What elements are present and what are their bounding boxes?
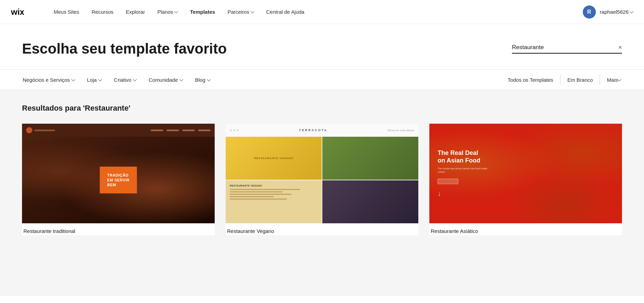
results-heading: Resultados para 'Restaurante' — [22, 104, 622, 113]
results-section: Resultados para 'Restaurante' — [0, 90, 644, 296]
thumb2-cell-light: RESTAURANTE VEGANO — [226, 180, 322, 223]
username[interactable]: raphael5626 — [600, 9, 633, 15]
thumb3-arrow-icon: ↓ — [438, 190, 614, 198]
thumb2-dot-3 — [237, 129, 239, 131]
thumb2-header: TERRACOTA Reserve uma Mesa — [226, 124, 418, 137]
card-name-tradicional: Restaurante traditional — [22, 223, 215, 235]
thumb2-grid: RESTAURANTE VEGANO RESTAURANTE VEGANO — [226, 137, 418, 223]
page-title: Escolha seu template favorito — [22, 41, 227, 57]
thumb1-header — [22, 124, 215, 137]
template-card-vegano[interactable]: TERRACOTA Reserve uma Mesa RESTAURANTE V… — [226, 124, 418, 235]
template-card-tradicional[interactable]: TRADIÇÃO EM SERVIR BEM Restaurante tradi… — [22, 124, 215, 235]
thumb3-subtitle: The noodle way serves auteric and fresh … — [438, 167, 493, 174]
search-clear-icon[interactable]: × — [618, 44, 622, 50]
hero-section: Escolha seu template favorito × — [0, 24, 644, 69]
thumb1-nav-link-1 — [151, 130, 163, 131]
card-name-vegano: Restaurante Vegano — [226, 223, 418, 235]
thumb2-dot-2 — [233, 129, 235, 131]
nav-user-area: R raphael5626 — [583, 5, 633, 19]
comunidade-chevron-icon — [179, 77, 183, 81]
mais-chevron-icon — [617, 77, 621, 81]
nav-recursos[interactable]: Recursos — [85, 6, 119, 18]
avatar[interactable]: R — [583, 5, 596, 19]
nav-templates[interactable]: Templates — [184, 6, 221, 18]
wix-logo[interactable]: wix — [11, 7, 35, 17]
thumb2-cell-green — [322, 137, 418, 180]
thumb1-body: TRADIÇÃO EM SERVIR BEM — [22, 137, 215, 223]
criativo-chevron-icon — [133, 77, 137, 81]
thumb2-yellow-text: RESTAURANTE VEGANO — [254, 156, 293, 160]
thumb2-cell-yellow: RESTAURANTE VEGANO — [226, 137, 322, 180]
filter-bar: Negócios e Serviços Loja Criativo Comuni… — [0, 69, 644, 90]
filter-left-group: Negócios e Serviços Loja Criativo Comuni… — [17, 69, 501, 90]
thumb1-orange-text: TRADIÇÃO EM SERVIR BEM — [107, 173, 130, 188]
thumb3-title: The Real Deal on Asian Food — [438, 149, 614, 164]
filter-criativo[interactable]: Criativo — [108, 69, 142, 90]
thumb1-logo-icon — [26, 127, 32, 133]
thumb2-dot-1 — [230, 129, 232, 131]
nav-meus-sites[interactable]: Meus Sites — [47, 6, 85, 18]
svg-text:wix: wix — [11, 7, 24, 16]
thumb2-nav: Reserve uma Mesa — [388, 129, 414, 132]
nav-central-ajuda[interactable]: Central de Ajuda — [260, 6, 311, 18]
search-input[interactable] — [512, 44, 615, 51]
nav-links: Meus Sites Recursos Explorar Planos Temp… — [47, 6, 583, 18]
thumb1-orange-box: TRADIÇÃO EM SERVIR BEM — [100, 167, 137, 194]
thumb3-content: The Real Deal on Asian Food The noodle w… — [429, 124, 622, 223]
template-card-asiatico[interactable]: The Real Deal on Asian Food The noodle w… — [429, 124, 622, 235]
parceiros-chevron-icon — [250, 9, 254, 13]
thumb1-nav-link-2 — [167, 130, 179, 131]
filter-loja[interactable]: Loja — [81, 69, 108, 90]
filter-em-branco[interactable]: Em Branco — [560, 69, 600, 90]
blog-chevron-icon — [207, 77, 211, 81]
thumb2-cell-dark — [322, 180, 418, 223]
thumb3-cta-button — [438, 179, 458, 184]
templates-grid: TRADIÇÃO EM SERVIR BEM Restaurante tradi… — [22, 124, 622, 235]
thumb1-logo-text — [34, 130, 55, 131]
search-box: × — [512, 44, 622, 54]
filter-todos-templates[interactable]: Todos os Templates — [501, 69, 560, 90]
thumb1-nav-link-3 — [182, 130, 195, 131]
filter-right-group: Todos os Templates Em Branco Mais — [501, 69, 627, 90]
navbar: wix Meus Sites Recursos Explorar Planos … — [0, 0, 644, 24]
nav-explorar[interactable]: Explorar — [120, 6, 151, 18]
nav-parceiros[interactable]: Parceiros — [221, 6, 260, 18]
planos-chevron-icon — [174, 9, 178, 13]
card-thumbnail-asiatico: The Real Deal on Asian Food The noodle w… — [429, 124, 622, 223]
thumb2-brand: TERRACOTA — [241, 128, 386, 132]
card-name-asiatico: Restaurante Asiático — [429, 223, 622, 235]
card-thumbnail-tradicional: TRADIÇÃO EM SERVIR BEM — [22, 124, 215, 223]
filter-comunidade[interactable]: Comunidade — [142, 69, 189, 90]
user-chevron-icon — [630, 9, 633, 13]
nav-planos[interactable]: Planos — [151, 6, 184, 18]
thumb1-nav-link-4 — [198, 130, 211, 131]
filter-mais[interactable]: Mais — [600, 69, 627, 90]
negocios-chevron-icon — [71, 77, 75, 81]
filter-blog[interactable]: Blog — [189, 69, 216, 90]
card-thumbnail-vegano: TERRACOTA Reserve uma Mesa RESTAURANTE V… — [226, 124, 418, 223]
loja-chevron-icon — [98, 77, 102, 81]
filter-negocios-servicos[interactable]: Negócios e Serviços — [17, 69, 81, 90]
